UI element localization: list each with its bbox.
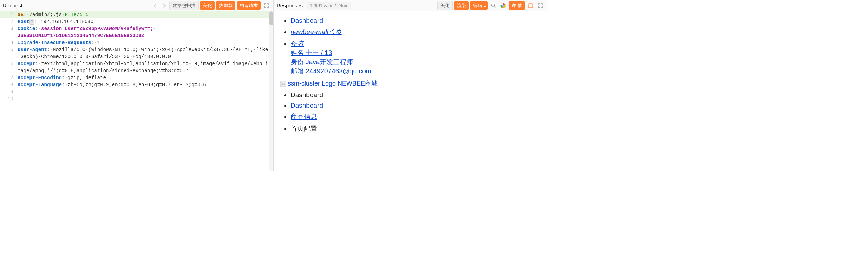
response-render[interactable]: Dashboard newbee-mall首页 作者 姓名 十三 / 13 身份… <box>274 11 547 171</box>
request-toolbar: Request 数据包扫描 美化 热加载 构造请求 <box>0 0 273 11</box>
code-line[interactable]: Accept-Language:·zh-CN,zh;q=0.9,en;q=0.8… <box>18 81 273 88</box>
name-link[interactable]: 姓名 十三 / 13 <box>291 49 332 56</box>
line-number: 3 <box>0 25 18 39</box>
svg-point-9 <box>282 82 283 83</box>
request-scrollbar[interactable] <box>269 11 273 171</box>
code-line[interactable]: GET·/admin/;.js·HTTP/1.1 <box>18 11 273 18</box>
list-item: Dashboard <box>291 17 542 25</box>
svg-point-0 <box>492 4 495 7</box>
scan-button[interactable]: 数据包扫描 <box>169 1 199 10</box>
detail-button[interactable]: 详 情 <box>509 1 525 10</box>
line-number: 7 <box>0 74 18 81</box>
request-editor[interactable]: 1 GET·/admin/;.js·HTTP/1.1 2 Host?:·192.… <box>0 11 273 171</box>
mall-home-link[interactable]: newbee-mall首页 <box>291 28 342 35</box>
encode-button[interactable]: 编码 <box>470 1 488 10</box>
broken-image-icon <box>280 81 286 87</box>
list-item: 首页配置 <box>291 124 542 133</box>
line-number: 2 <box>0 18 18 25</box>
expand-response-icon[interactable] <box>536 1 545 10</box>
render-button[interactable]: 渲染 <box>454 1 469 10</box>
author-link[interactable]: 作者 <box>291 40 304 47</box>
code-line[interactable]: Cookie:·session_user=Z5Z9ppPXVaWoM/V4af6… <box>18 25 273 39</box>
line-number: 5 <box>0 46 18 60</box>
nav-prev-icon[interactable] <box>151 2 159 9</box>
code-line[interactable]: User-Agent:·Mozilla/5.0·(Windows·NT·10.0… <box>18 46 273 60</box>
host-badge-icon: ? <box>29 19 35 25</box>
response-toolbar: Responses 12991bytes / 24ms 美化 渲染 编码 详 情 <box>274 0 547 11</box>
list-item: newbee-mall首页 <box>291 27 542 36</box>
expand-icon[interactable] <box>262 1 271 10</box>
code-line[interactable]: Upgrade-Insecure-Requests:·1 <box>18 39 273 46</box>
line-number: 6 <box>0 60 18 74</box>
response-panel: Responses 12991bytes / 24ms 美化 渲染 编码 详 情… <box>274 0 547 171</box>
chevron-down-icon <box>483 4 486 9</box>
line-number: 10 <box>0 95 18 102</box>
role-link[interactable]: 身份 Java开发工程师 <box>291 58 353 66</box>
line-number: 4 <box>0 39 18 46</box>
hotload-button[interactable]: 热加载 <box>216 1 235 10</box>
request-title: Request <box>3 2 25 8</box>
line-number: 9 <box>0 88 18 95</box>
nav-next-icon[interactable] <box>160 2 168 9</box>
logo-alt-link[interactable]: ssm-cluster Logo <box>288 80 336 87</box>
list-item: 作者 姓名 十三 / 13 身份 Java开发工程师 邮箱 2449207463… <box>291 39 542 76</box>
logo-text-link[interactable]: NEWBEE商城 <box>336 80 378 87</box>
svg-rect-5 <box>528 4 533 8</box>
list-item: Dashboard <box>291 102 542 109</box>
code-line[interactable] <box>18 88 273 95</box>
logo-line[interactable]: ssm-cluster Logo NEWBEE商城 <box>280 79 542 88</box>
list-item: Dashboard <box>291 91 542 99</box>
line-number: 8 <box>0 81 18 88</box>
beautify-request-button[interactable]: 美化 <box>200 1 215 10</box>
request-panel: Request 数据包扫描 美化 热加载 构造请求 1 GET·/admin/;… <box>0 0 274 171</box>
beautify-response-button[interactable]: 美化 <box>437 1 453 10</box>
line-number: 1 <box>0 11 18 18</box>
svg-point-4 <box>502 5 504 6</box>
notes-icon[interactable] <box>526 1 535 10</box>
product-info-link[interactable]: 商品信息 <box>291 113 317 120</box>
dashboard-link[interactable]: Dashboard <box>291 17 323 24</box>
code-line[interactable]: Accept:·text/html,application/xhtml+xml,… <box>18 60 273 74</box>
response-title: Responses <box>276 2 306 8</box>
response-size-time: 12991bytes / 24ms <box>307 2 351 9</box>
svg-rect-8 <box>280 81 286 87</box>
dashboard-link-2[interactable]: Dashboard <box>291 102 323 109</box>
list-item: 商品信息 <box>291 112 542 121</box>
email-link[interactable]: 邮箱 2449207463@qq.com <box>291 67 372 75</box>
code-line[interactable]: Accept-Encoding:·gzip,·deflate <box>18 74 273 81</box>
code-line[interactable]: Host?:·192.168.164.1:8080 <box>18 18 273 25</box>
forge-request-button[interactable]: 构造请求 <box>237 1 261 10</box>
search-icon[interactable] <box>489 1 498 10</box>
code-line[interactable] <box>18 95 273 102</box>
svg-line-1 <box>494 6 496 8</box>
chrome-icon[interactable] <box>499 1 507 10</box>
